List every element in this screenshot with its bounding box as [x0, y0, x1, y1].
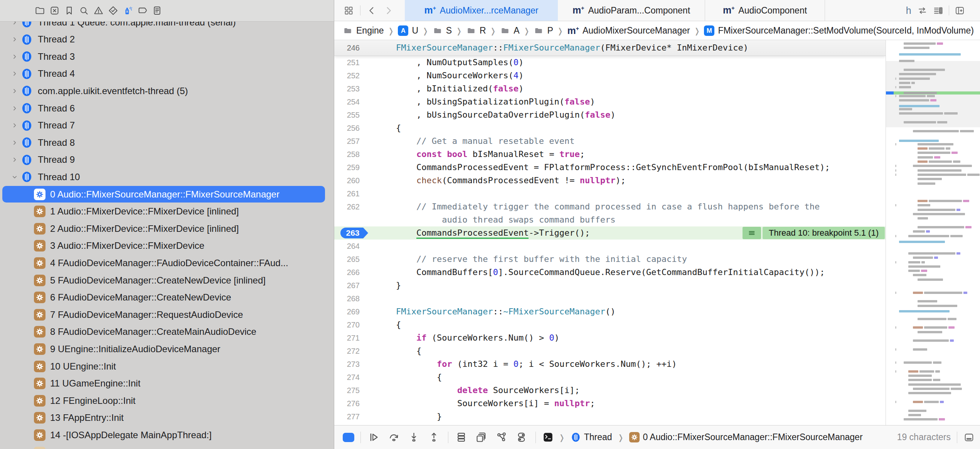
chevron-down-icon[interactable]	[12, 174, 18, 180]
line-number[interactable]: 254	[334, 95, 360, 108]
breadcrumb-item[interactable]: MFMixerSourceManager::SetModVolume(Sourc…	[704, 25, 973, 36]
line-number[interactable]: 269	[334, 305, 360, 318]
chevron-right-icon[interactable]	[12, 122, 18, 128]
find-navigator-icon[interactable]	[79, 5, 89, 16]
test-navigator-icon[interactable]	[108, 5, 118, 16]
step-over-icon[interactable]	[388, 431, 400, 443]
stack-frame-row[interactable]: 9 UEngine::InitializeAudioDeviceManager	[0, 340, 334, 358]
line-number[interactable]: 255	[334, 108, 360, 122]
tab-audiomixer-rcemanager[interactable]: m+AudioMixer...rceManager	[405, 0, 558, 21]
forward-icon[interactable]	[383, 5, 394, 16]
back-icon[interactable]	[367, 5, 377, 16]
line-number[interactable]: 253	[334, 82, 360, 95]
code-review-icon[interactable]	[917, 5, 928, 16]
breakpoint-navigator-icon[interactable]	[137, 5, 148, 16]
line-number[interactable]: 272	[334, 344, 360, 358]
breadcrumb-item[interactable]: R	[466, 25, 486, 36]
environment-overrides-icon[interactable]	[515, 431, 527, 443]
chevron-right-icon[interactable]	[12, 71, 18, 77]
jump-thread-label[interactable]: Thread	[584, 432, 612, 442]
line-number[interactable]: 265	[334, 253, 360, 266]
line-number[interactable]: 268	[334, 292, 360, 305]
stack-frame-row[interactable]: 14 -[IOSAppDelegate MainAppThread:]	[0, 426, 334, 444]
editor-options-icon[interactable]	[933, 5, 943, 16]
thread-row[interactable]: Thread 6	[0, 100, 334, 117]
line-number[interactable]: 258	[334, 148, 360, 161]
thread-row[interactable]: Thread 2	[0, 31, 334, 48]
breadcrumb-item[interactable]: S	[433, 25, 452, 36]
stack-frame-row[interactable]: 2 Audio::FMixerDevice::FMixerDevice [inl…	[0, 220, 334, 237]
thread-row[interactable]: Thread 3	[0, 48, 334, 65]
view-hierarchy-icon[interactable]	[475, 431, 487, 443]
stack-frame-row[interactable]: 6 FAudioDeviceManager::CreateNewDevice	[0, 289, 334, 306]
chevron-right-icon[interactable]	[12, 157, 18, 163]
breakpoints-toggle-button[interactable]	[343, 433, 354, 442]
line-number[interactable]: 256	[334, 122, 360, 135]
thread-row[interactable]: Thread 9	[0, 151, 334, 169]
add-editor-icon[interactable]	[955, 5, 965, 16]
line-number[interactable]: 266	[334, 266, 360, 279]
source-control-navigator-icon[interactable]	[49, 5, 60, 16]
line-number[interactable]: 274	[334, 371, 360, 384]
line-number[interactable]: 270	[334, 318, 360, 331]
line-number[interactable]: 273	[334, 358, 360, 371]
breakpoint-annotation[interactable]: Thread 10: breakpoint 5.1 (1)	[743, 227, 885, 239]
line-number[interactable]: 259	[334, 161, 360, 174]
stack-frame-row[interactable]: 11 UGameEngine::Init	[0, 375, 334, 392]
memory-graph-icon[interactable]	[495, 431, 507, 443]
breadcrumb-item[interactable]: Engine	[343, 25, 384, 36]
line-number[interactable]: 277	[334, 410, 360, 423]
line-number[interactable]: 275	[334, 384, 360, 397]
line-number[interactable]: 267	[334, 279, 360, 292]
report-navigator-icon[interactable]	[152, 5, 162, 16]
line-number[interactable]: 257	[334, 135, 360, 148]
stack-frame-row[interactable]: 0 Audio::FMixerSourceManager::FMixerSour…	[0, 186, 334, 203]
stack-frame-row[interactable]: 4 FAudioDeviceManager::FAudioDeviceConta…	[0, 254, 334, 272]
stack-frame-row[interactable]: 10 UEngine::Init	[0, 358, 334, 375]
disassembly-icon[interactable]	[743, 227, 761, 239]
view-stack-icon[interactable]	[455, 431, 467, 443]
step-into-icon[interactable]	[408, 431, 420, 443]
stack-frame-row[interactable]: 8 FAudioDeviceManager::CreateMainAudioDe…	[0, 323, 334, 341]
issue-navigator-icon[interactable]	[93, 5, 104, 16]
line-number[interactable]: 264	[334, 240, 360, 253]
continue-icon[interactable]	[368, 431, 380, 443]
bookmark-navigator-icon[interactable]	[64, 5, 74, 16]
line-number[interactable]: 261	[334, 187, 360, 200]
breakpoint-badge[interactable]: 263	[340, 228, 368, 238]
chevron-right-icon[interactable]	[12, 36, 18, 42]
code-editor[interactable]: 246FMixerSourceManager::FMixerSourceMana…	[334, 40, 886, 425]
tab-audiocomponent[interactable]: m+AudioComponent	[705, 0, 825, 21]
stack-frame-row[interactable]: 12 FEngineLoop::Init	[0, 392, 334, 409]
stack-frame-row[interactable]: 3 Audio::FMixerDevice::FMixerDevice	[0, 237, 334, 255]
stack-frame-row[interactable]: 7 FAudioDeviceManager::RequestAudioDevic…	[0, 306, 334, 323]
minimap[interactable]	[886, 40, 980, 425]
thread-row[interactable]: com.apple.uikit.eventfetch-thread (5)	[0, 82, 334, 100]
breadcrumb-item[interactable]: AU	[398, 25, 418, 36]
console-icon[interactable]	[543, 432, 553, 442]
line-number[interactable]: 260	[334, 174, 360, 187]
chevron-right-icon[interactable]	[12, 54, 18, 60]
debug-navigator-icon[interactable]	[123, 5, 133, 16]
stack-frame-row[interactable]: 13 FAppEntry::Init	[0, 409, 334, 427]
related-items-icon[interactable]	[344, 5, 354, 16]
thread-row[interactable]: Thread 4	[0, 65, 334, 83]
line-number[interactable]: 262	[334, 200, 360, 213]
line-number[interactable]: 252	[334, 69, 360, 82]
jump-frame-label[interactable]: 0 Audio::FMixerSourceManager::FMixerSour…	[643, 432, 862, 442]
breadcrumb-item[interactable]: m+AudioMixerSourceManager	[567, 25, 690, 36]
chevron-right-icon[interactable]	[12, 105, 18, 111]
stack-frame-row[interactable]: 1 Audio::FMixerDevice::FMixerDevice [inl…	[0, 203, 334, 220]
project-navigator-icon[interactable]	[35, 5, 45, 16]
chevron-right-icon[interactable]	[12, 88, 18, 94]
stack-frame-row[interactable]: 5 FAudioDeviceManager::CreateNewDevice […	[0, 272, 334, 289]
thread-row[interactable]: Thread 10	[0, 168, 334, 186]
stack-frame-row[interactable]: 15 __NSThread__start__	[0, 444, 334, 449]
hide-debug-area-icon[interactable]	[963, 432, 975, 442]
line-number[interactable]: 251	[334, 56, 360, 69]
thread-row[interactable]: Thread 8	[0, 134, 334, 151]
line-number[interactable]: 271	[334, 331, 360, 344]
breadcrumb-item[interactable]: A	[500, 25, 519, 36]
line-number[interactable]: 276	[334, 397, 360, 410]
tab-audioparam-component[interactable]: m+AudioParam...Component	[558, 0, 705, 21]
